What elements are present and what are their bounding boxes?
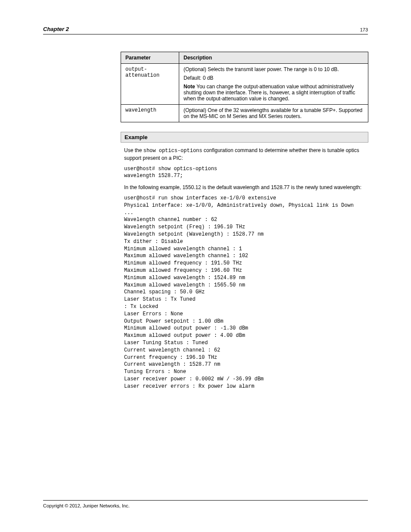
parameter-name: wavelength [121, 105, 179, 122]
example-snippet-2: user@host# run show interfaces xe-1/0/0 … [124, 195, 365, 390]
parameter-description: (Optional) One of the 32 wavelengths ava… [179, 105, 368, 122]
parameter-name: output-attenuation [121, 64, 179, 105]
table-header-parameter: Parameter [121, 52, 179, 64]
header-left: Chapter 2 [43, 26, 69, 32]
table-row: wavelength(Optional) One of the 32 wavel… [121, 105, 368, 122]
example-section: Example Use the show optics-options conf… [121, 132, 368, 390]
main-content: Parameter Description output-attenuation… [121, 52, 368, 390]
example-snippet-1: user@host# show optics-optionswavelength… [124, 165, 365, 180]
table-row: output-attenuation(Optional) Selects the… [121, 64, 368, 105]
table-header-description: Description [179, 52, 368, 64]
page-footer: Copyright © 2012, Juniper Networks, Inc. [43, 500, 368, 508]
footer-copyright: Copyright © 2012, Juniper Networks, Inc. [43, 503, 130, 508]
page-header: Chapter 2 173 [43, 26, 368, 34]
header-page-number: 173 [360, 27, 368, 32]
example-para-2: In the following example, 1550.12 is the… [124, 184, 365, 191]
example-para-1: Use the show optics-options configuratio… [124, 147, 365, 162]
example-title: Example [121, 132, 368, 143]
parameters-table: Parameter Description output-attenuation… [121, 52, 368, 122]
parameter-description: (Optional) Selects the transmit laser po… [179, 64, 368, 105]
